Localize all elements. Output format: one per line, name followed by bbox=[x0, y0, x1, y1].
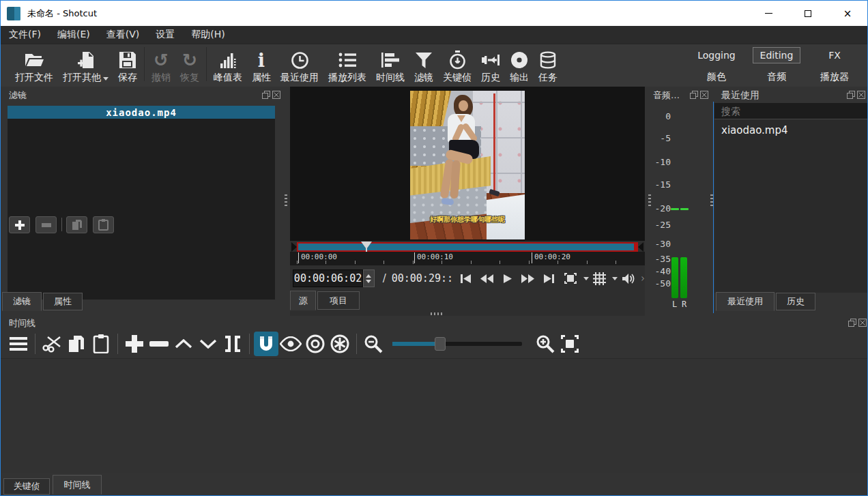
recent-list[interactable]: xiaodao.mp4 bbox=[714, 119, 867, 293]
layout-audio[interactable]: 音频 bbox=[760, 69, 793, 85]
grid-button[interactable] bbox=[589, 269, 610, 288]
current-time-field[interactable]: 00:00:06:02 bbox=[293, 269, 363, 287]
float-panel-icon[interactable] bbox=[847, 91, 855, 99]
snap-toggle-button[interactable] bbox=[254, 332, 278, 356]
timeline-tracks-area[interactable] bbox=[1, 358, 867, 473]
split-button[interactable] bbox=[220, 332, 245, 356]
layout-logging[interactable]: Logging bbox=[691, 48, 742, 63]
layout-player[interactable]: 播放器 bbox=[813, 69, 856, 85]
chevron-down-icon bbox=[103, 77, 108, 81]
playhead[interactable] bbox=[361, 242, 372, 249]
timeline-zoom-slider[interactable] bbox=[392, 342, 522, 346]
rewind-button[interactable] bbox=[476, 269, 498, 288]
paste-filters-button[interactable] bbox=[93, 216, 114, 233]
chevron-down-icon[interactable] bbox=[583, 277, 589, 280]
copy-button[interactable] bbox=[64, 332, 89, 356]
trim-out-bar bbox=[634, 244, 637, 250]
peak-meter-button[interactable]: 峰值表 bbox=[209, 46, 247, 85]
trim-out-marker[interactable] bbox=[638, 242, 643, 252]
layout-editing[interactable]: Editing bbox=[753, 47, 801, 63]
tab-history[interactable]: 历史 bbox=[776, 293, 815, 310]
ripple-toggle-button[interactable] bbox=[303, 332, 328, 356]
timeline-menu-button[interactable] bbox=[6, 332, 31, 356]
jobs-button[interactable]: 任务 bbox=[534, 46, 562, 85]
close-button[interactable]: × bbox=[828, 1, 867, 26]
append-button[interactable] bbox=[122, 332, 147, 356]
close-panel-icon[interactable] bbox=[857, 91, 865, 99]
close-panel-icon[interactable] bbox=[858, 319, 867, 327]
trim-in-marker[interactable] bbox=[291, 242, 297, 252]
menu-edit[interactable]: 编辑(E) bbox=[49, 26, 98, 44]
volume-button[interactable] bbox=[618, 269, 639, 288]
properties-button[interactable]: i 属性 bbox=[247, 46, 276, 85]
add-filter-button[interactable] bbox=[9, 216, 30, 233]
time-ruler[interactable]: 00:00:00 00:00:10 00:00:20 bbox=[290, 252, 645, 265]
remove-filter-button[interactable] bbox=[35, 216, 57, 233]
open-file-button[interactable]: 打开文件 bbox=[10, 46, 58, 85]
time-spinner[interactable] bbox=[363, 269, 375, 287]
slider-thumb[interactable] bbox=[435, 337, 446, 351]
video-canvas[interactable]: 好啊那你想学哪句哪些呢 bbox=[290, 87, 645, 241]
duration-label: 00:00:29:: bbox=[392, 272, 455, 285]
open-other-button[interactable]: 打开其他 bbox=[58, 46, 113, 85]
toolbar-separator bbox=[117, 334, 118, 354]
tab-source[interactable]: 源 bbox=[290, 291, 316, 310]
paste-button[interactable] bbox=[89, 332, 113, 356]
chevron-down-icon[interactable] bbox=[612, 277, 618, 280]
undo-button[interactable]: ↺ 撤销 bbox=[147, 46, 175, 85]
menu-settings[interactable]: 设置 bbox=[147, 26, 183, 44]
recent-file-item[interactable]: xiaodao.mp4 bbox=[714, 122, 867, 138]
tab-recent[interactable]: 最近使用 bbox=[716, 292, 775, 311]
window-title: 未命名 - Shotcut bbox=[27, 8, 97, 20]
menu-file[interactable]: 文件(F) bbox=[1, 26, 49, 44]
float-panel-icon[interactable] bbox=[690, 91, 698, 99]
recent-button[interactable]: 最近使用 bbox=[276, 46, 323, 85]
tab-properties[interactable]: 属性 bbox=[43, 293, 83, 310]
splitter-handle[interactable] bbox=[648, 194, 651, 207]
ripple-delete-button[interactable] bbox=[147, 332, 171, 356]
layout-fx[interactable]: FX bbox=[822, 48, 848, 63]
save-button[interactable]: 保存 bbox=[113, 46, 142, 85]
float-panel-icon[interactable] bbox=[262, 91, 270, 99]
minimize-button[interactable] bbox=[749, 1, 788, 26]
close-panel-icon[interactable] bbox=[272, 91, 280, 99]
tab-project[interactable]: 项目 bbox=[317, 291, 360, 310]
redo-button[interactable]: ↻ 恢复 bbox=[175, 46, 204, 85]
tab-timeline[interactable]: 时间线 bbox=[53, 475, 102, 495]
tab-keyframes[interactable]: 关键侦 bbox=[3, 478, 50, 495]
cut-button[interactable] bbox=[40, 332, 64, 356]
filters-button[interactable]: 滤镜 bbox=[409, 46, 438, 85]
search-input[interactable] bbox=[714, 103, 867, 119]
zoom-fit-button[interactable] bbox=[558, 332, 582, 356]
skip-end-button[interactable] bbox=[539, 269, 560, 288]
zoom-out-button[interactable] bbox=[361, 332, 386, 356]
lift-button[interactable] bbox=[171, 332, 196, 356]
ripple-all-tracks-button[interactable] bbox=[328, 332, 352, 356]
tab-filters[interactable]: 滤镜 bbox=[2, 292, 42, 311]
splitter-handle[interactable] bbox=[431, 312, 442, 315]
export-button[interactable]: 输出 bbox=[505, 46, 534, 85]
menu-help[interactable]: 帮助(H) bbox=[183, 26, 233, 44]
layout-color[interactable]: 颜色 bbox=[700, 69, 733, 85]
zoom-in-button[interactable] bbox=[533, 332, 558, 356]
copy-filters-button[interactable] bbox=[66, 216, 87, 233]
skip-start-button[interactable] bbox=[455, 269, 476, 288]
playlist-button[interactable]: 播放列表 bbox=[323, 46, 371, 85]
fast-forward-button[interactable] bbox=[517, 269, 539, 288]
maximize-button[interactable] bbox=[788, 1, 828, 26]
zoom-fit-video-button[interactable] bbox=[560, 269, 581, 288]
float-panel-icon[interactable] bbox=[848, 319, 856, 327]
play-button[interactable] bbox=[498, 269, 517, 288]
close-panel-icon[interactable] bbox=[700, 91, 708, 99]
scrub-while-dragging-button[interactable] bbox=[278, 332, 303, 356]
menu-view[interactable]: 查看(V) bbox=[98, 26, 148, 44]
overwrite-button[interactable] bbox=[196, 332, 220, 356]
timeline-button[interactable]: 时间线 bbox=[371, 46, 409, 85]
layout-switcher: Logging Editing FX 颜色 音频 播放器 bbox=[687, 46, 862, 87]
clock-icon bbox=[291, 48, 309, 72]
filter-list[interactable] bbox=[8, 119, 275, 300]
history-button[interactable]: 历史 bbox=[476, 46, 505, 85]
splitter-handle[interactable] bbox=[285, 194, 287, 207]
keyframes-button[interactable]: 关键侦 bbox=[438, 46, 476, 85]
scrubber-bar[interactable] bbox=[297, 242, 638, 252]
